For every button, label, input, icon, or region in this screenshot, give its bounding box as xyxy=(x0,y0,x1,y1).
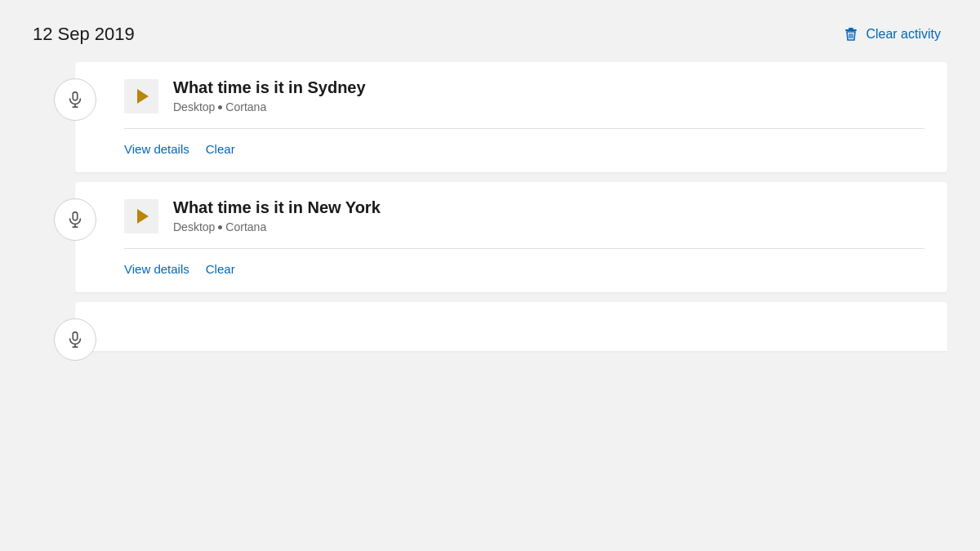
activity-item xyxy=(33,302,947,361)
card-text: What time is it in New York Desktop Cort… xyxy=(173,198,381,233)
trash-icon xyxy=(843,26,859,42)
card-divider xyxy=(124,248,924,249)
svg-rect-11 xyxy=(73,332,78,340)
view-details-button[interactable]: View details xyxy=(124,142,189,156)
play-button[interactable] xyxy=(124,79,158,113)
mic-avatar xyxy=(54,198,96,241)
mic-avatar xyxy=(54,318,96,361)
microphone-icon xyxy=(66,331,84,349)
clear-activity-label: Clear activity xyxy=(866,27,941,42)
clear-button[interactable]: Clear xyxy=(206,262,235,276)
activity-app: Cortana xyxy=(225,100,266,113)
play-triangle-icon xyxy=(137,89,149,104)
svg-rect-1 xyxy=(845,29,857,31)
play-triangle-icon xyxy=(137,209,149,224)
activity-title: What time is it in Sydney xyxy=(173,78,366,97)
activity-subtitle: Desktop Cortana xyxy=(173,100,366,113)
activity-source: Desktop xyxy=(173,220,215,233)
mic-avatar xyxy=(54,78,96,121)
activity-list: What time is it in Sydney Desktop Cortan… xyxy=(33,62,947,361)
activity-card-partial xyxy=(75,302,947,351)
svg-rect-5 xyxy=(73,92,78,100)
card-actions: View details Clear xyxy=(124,262,924,276)
play-button[interactable] xyxy=(124,199,158,233)
date-title: 12 Sep 2019 xyxy=(33,24,135,45)
activity-card: What time is it in New York Desktop Cort… xyxy=(75,182,947,292)
microphone-icon xyxy=(66,211,84,229)
header-row: 12 Sep 2019 Clear activity xyxy=(33,23,947,46)
activity-item: What time is it in New York Desktop Cort… xyxy=(33,182,947,292)
activity-app: Cortana xyxy=(225,220,266,233)
card-text: What time is it in Sydney Desktop Cortan… xyxy=(173,78,366,113)
view-details-button[interactable]: View details xyxy=(124,262,189,276)
clear-activity-button[interactable]: Clear activity xyxy=(836,23,947,46)
activity-source: Desktop xyxy=(173,100,215,113)
activity-card: What time is it in Sydney Desktop Cortan… xyxy=(75,62,947,172)
activity-subtitle: Desktop Cortana xyxy=(173,220,381,233)
card-content: What time is it in New York Desktop Cort… xyxy=(124,198,924,233)
card-content: What time is it in Sydney Desktop Cortan… xyxy=(124,78,924,113)
activity-item: What time is it in Sydney Desktop Cortan… xyxy=(33,62,947,172)
dot-separator xyxy=(218,225,222,229)
dot-separator xyxy=(218,105,222,109)
svg-rect-8 xyxy=(73,212,78,220)
card-actions: View details Clear xyxy=(124,142,924,156)
clear-button[interactable]: Clear xyxy=(206,142,235,156)
card-divider xyxy=(124,128,924,129)
activity-title: What time is it in New York xyxy=(173,198,381,217)
svg-rect-0 xyxy=(849,28,853,29)
page-container: 12 Sep 2019 Clear activity xyxy=(0,0,980,384)
microphone-icon xyxy=(66,91,84,109)
